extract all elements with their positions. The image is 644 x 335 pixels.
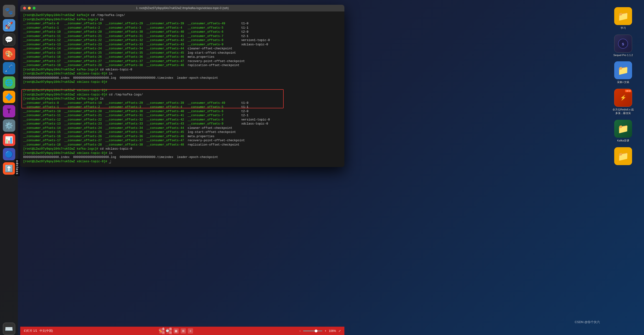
xdclass-label: xdclass [15,159,20,176]
desktop-item-extra[interactable]: 📁 [614,147,632,165]
desktop-item-redis[interactable]: ⚡ NEW 全方位Redis6.x 战多某...最佳实 [611,89,635,115]
fullscreen-icon[interactable]: ⤢ [338,329,341,332]
pres-left: 幻灯片 1/1 中文(中国) [24,329,53,333]
slide-info: 幻灯片 1/1 [24,329,37,333]
terminal-body[interactable]: [root@iZwz97y9qoyl04s7ruk52wZ kafka]# cd… [20,12,344,167]
dock-app4[interactable]: 🔷 [3,91,15,103]
presentation-bar: 幻灯片 1/1 中文(中国) ✏️ 备注 💬 批注 ▦ ⊞ ≡ − + 106%… [20,327,344,335]
pres-icons: ✏️ 备注 💬 批注 ▦ ⊞ ≡ [159,328,193,333]
traffic-minimize[interactable] [28,7,31,10]
dock-wechat[interactable]: 💬 [3,34,15,46]
terminal-titlebar: 1. root@iZwz97y9qoyl04s7ruk52wZ:/tmp/kaf… [20,5,344,12]
dock-app7[interactable]: 🔵 [3,148,15,160]
kafka-folder-icon[interactable]: 📁 [614,120,632,138]
dock-terminal[interactable]: ⌨️ [3,322,15,335]
terminal-window: 1. root@iZwz97y9qoyl04s7ruk52wZ:/tmp/kaf… [20,5,344,167]
pres-grid1[interactable]: ▦ [174,328,179,333]
traffic-close[interactable] [23,7,26,10]
annotation-label: 备注 [162,327,165,335]
study-label: 学习 [621,26,626,30]
desktop-item-kafka[interactable]: 📁 Kafka音课 [614,120,632,142]
dock-app2[interactable]: 🖊️ [3,62,15,75]
zoom-slider[interactable] [303,330,322,331]
svg-text:S: S [622,42,624,46]
comment-icon: 💬 [166,329,169,332]
dock-launchpad[interactable]: 🚀 [3,19,15,32]
pres-annotation[interactable]: ✏️ 备注 [159,328,164,333]
csdn-watermark: CSDN @你个伙六 [575,320,600,324]
dock-finder[interactable]: 🐾 [3,5,15,17]
docs-label: 采购+文稿 [617,80,629,84]
desktop-item-study[interactable]: 📁 学习 [614,7,632,30]
pres-comment[interactable]: 💬 批注 [166,328,172,333]
dock-app5[interactable]: T [3,105,15,117]
zoom-minus[interactable]: − [299,329,301,332]
extra-folder-icon[interactable]: 📁 [614,147,632,165]
zoom-level: 106% [329,329,336,332]
comment-label: 批注 [169,327,172,335]
desktop-item-sequel[interactable]: S Sequel Pro 1.1.2 [614,35,633,57]
dock-app1[interactable]: 🎨 [3,48,15,60]
kafka-label: Kafka音课 [617,139,629,142]
desktop-item-docs[interactable]: 📁 采购+文稿 [614,61,632,84]
desktop: 🐾 🚀 💬 🎨 🖊️ 🌐 🔷 T ⚙️ 📊 🔵 ⬆️ ⌨️ xdclass 1.… [0,0,644,335]
dock-powerpoint[interactable]: 📊 [3,134,15,146]
dock-app3[interactable]: 🌐 [3,76,15,89]
pres-right: − + 106% ⤢ [299,329,341,332]
zoom-plus[interactable]: + [324,329,326,332]
docs-folder-icon[interactable]: 📁 [614,61,632,79]
redis-label: 全方位Redis6.x 战多某...最佳实 [611,108,635,115]
traffic-maximize[interactable] [33,7,36,10]
sequel-icon[interactable]: S [614,35,632,53]
right-panel: 📁 学习 S Sequel Pro 1.1.2 📁 采购+文稿 ⚡ NEW [602,0,644,335]
redis-icon[interactable]: ⚡ NEW [614,89,632,107]
sequel-label: Sequel Pro 1.1.2 [614,54,633,57]
pres-grid2[interactable]: ⊞ [181,328,186,333]
study-folder-icon[interactable]: 📁 [614,7,632,25]
language: 中文(中国) [40,329,53,333]
dock-app6[interactable]: ⚙️ [3,119,15,132]
annotation-icon: ✏️ [158,329,162,332]
dock-filezilla[interactable]: ⬆️ [3,162,15,175]
pres-grid3[interactable]: ≡ [188,328,193,333]
terminal-title: 1. root@iZwz97y9qoyl04s7ruk52wZ:/tmp/kaf… [136,7,229,10]
